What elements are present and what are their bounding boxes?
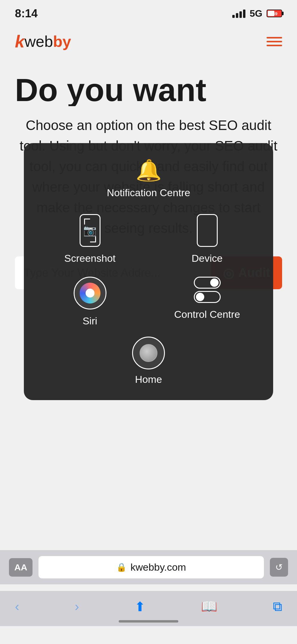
safari-url-text: kwebby.com [130,561,186,573]
safari-url-bar[interactable]: 🔒 kwebby.com [38,556,264,578]
screenshot-control[interactable]: 📷 Screenshot [36,214,144,265]
camera-icon: 📷 [83,224,97,237]
signal-icon [232,9,245,18]
hamburger-line-1 [267,37,282,38]
control-centre-icon [194,277,221,303]
hamburger-line-3 [267,45,282,46]
screenshot-label: Screenshot [64,252,116,265]
safari-address-bar: AA 🔒 kwebby.com ↺ [0,550,297,584]
assistive-touch-popup: 🔔 Notification Centre 📷 Screenshot Devic… [24,143,273,400]
control-centre-label: Control Centre [174,308,240,321]
tabs-button[interactable]: ⧉ [270,596,285,617]
battery: 49 [267,10,282,17]
hero-section: Do you want [0,56,297,106]
hamburger-menu[interactable] [267,37,282,46]
logo-web: web [24,34,53,49]
lock-icon: 🔒 [116,562,127,572]
logo-by: by [53,34,71,49]
notification-centre-button[interactable]: 🔔 Notification Centre [107,158,190,199]
siri-label: Siri [83,314,97,327]
back-button[interactable]: ‹ [12,596,22,617]
home-section: Home [132,337,165,385]
device-control[interactable]: Device [153,214,261,265]
navbar: k web by [0,27,297,56]
safari-reload-button[interactable]: ↺ [270,558,288,577]
home-button[interactable] [132,337,165,369]
bookmarks-button[interactable]: 📖 [198,596,220,617]
status-bar: 8:14 5G 49 [0,0,297,27]
network-type: 5G [250,8,262,19]
safari-nav-bar: ‹ › ⬆ 📖 ⧉ [0,591,297,626]
safari-aa-button[interactable]: AA [9,558,33,577]
siri-control[interactable]: Siri [36,277,144,327]
hamburger-line-2 [267,41,282,42]
share-button[interactable]: ⬆ [132,596,148,617]
status-right: 5G 49 [232,8,282,19]
device-label: Device [192,252,223,265]
home-label: Home [135,374,162,385]
home-button-inner [140,344,157,362]
screenshot-icon: 📷 [80,214,100,247]
logo-k: k [15,33,24,50]
bell-icon: 🔔 [136,158,162,182]
notification-centre-label: Notification Centre [107,186,190,199]
control-centre-control[interactable]: Control Centre [153,277,261,321]
home-indicator [119,620,178,623]
safari-aa-label: AA [14,562,27,572]
logo: k web by [15,33,71,50]
battery-level: 49 [268,11,282,16]
status-time: 8:14 [15,7,38,20]
controls-grid: 📷 Screenshot Device Siri [36,214,261,327]
forward-button: › [72,596,82,617]
device-icon [197,214,218,247]
hero-title: Do you want [15,74,282,106]
hero-title-line1: Do you want [15,72,206,108]
siri-icon [74,277,106,309]
reload-icon: ↺ [275,562,283,572]
